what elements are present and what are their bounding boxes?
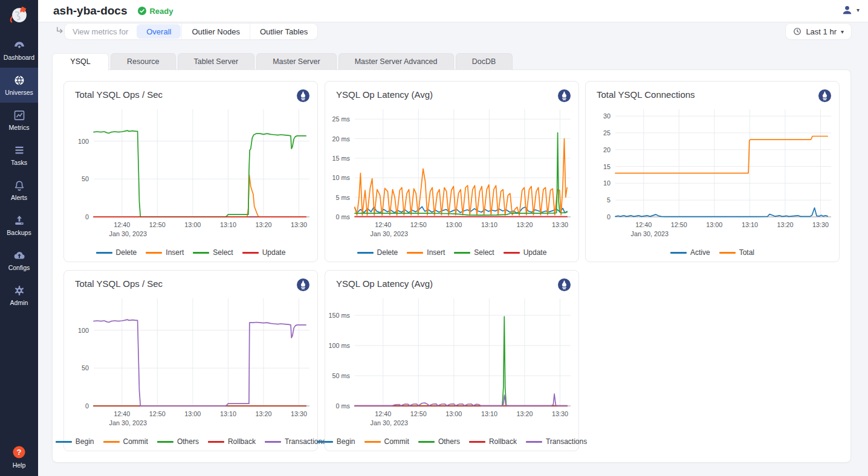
legend-swatch xyxy=(526,441,542,443)
time-range-label: Last 1 hr xyxy=(806,27,837,36)
sidebar-item-label: Tasks xyxy=(11,159,27,166)
sidebar-item-metrics[interactable]: Metrics xyxy=(0,103,38,138)
chart-legend: BeginCommitOthersRollbackTransactions xyxy=(325,437,578,446)
legend-item-select[interactable]: Select xyxy=(454,248,494,257)
chart-plot[interactable]: 12:4012:5013:0013:1013:2013:30Jan 30, 20… xyxy=(327,106,576,242)
legend-item-total[interactable]: Total xyxy=(719,248,754,257)
sidebar-item-help[interactable]: ? Help xyxy=(0,445,38,469)
configs-icon xyxy=(13,249,25,262)
sidebar-item-backups[interactable]: Backups xyxy=(0,208,38,243)
tab-ysql[interactable]: YSQL xyxy=(52,53,109,71)
legend-item-commit[interactable]: Commit xyxy=(364,437,409,446)
svg-text:100: 100 xyxy=(78,327,89,334)
time-range-dropdown[interactable]: Last 1 hr ▾ xyxy=(786,24,851,39)
sidebar-item-universes[interactable]: Universes xyxy=(0,68,38,103)
legend-item-begin[interactable]: Begin xyxy=(317,437,355,446)
legend-item-transactions[interactable]: Transactions xyxy=(526,437,587,446)
legend-item-others[interactable]: Others xyxy=(157,437,199,446)
tab-outlier-tables[interactable]: Outlier Tables xyxy=(250,24,317,39)
legend-swatch xyxy=(357,252,374,254)
chevron-down-icon: ▾ xyxy=(841,28,844,35)
chart-plot[interactable]: 12:4012:5013:0013:1013:2013:30Jan 30, 20… xyxy=(66,106,315,242)
view-metrics-for-label: View metrics for xyxy=(65,24,136,39)
prometheus-icon[interactable] xyxy=(818,89,831,102)
svg-text:13:20: 13:20 xyxy=(516,221,533,228)
tab-master-server[interactable]: Master Server xyxy=(256,53,337,70)
legend-item-active[interactable]: Active xyxy=(670,248,710,257)
user-icon xyxy=(841,4,853,16)
sidebar-item-label: Alerts xyxy=(11,194,27,201)
legend-item-select[interactable]: Select xyxy=(193,248,233,257)
prometheus-icon[interactable] xyxy=(297,89,309,102)
svg-text:Jan 30, 2023: Jan 30, 2023 xyxy=(371,230,408,237)
legend-label: Select xyxy=(213,248,233,257)
legend-item-begin[interactable]: Begin xyxy=(56,437,94,446)
legend-swatch xyxy=(208,441,224,443)
prometheus-icon[interactable] xyxy=(558,89,571,102)
legend-label: Commit xyxy=(123,437,148,446)
sidebar-item-alerts[interactable]: Alerts xyxy=(0,173,38,208)
svg-text:13:20: 13:20 xyxy=(255,221,271,228)
prometheus-icon[interactable] xyxy=(297,278,309,291)
legend-swatch xyxy=(364,441,381,443)
metrics-panel: Total YSQL Ops / Sec 12:4012:5013:0013:1… xyxy=(52,69,851,463)
chart-title: Total YSQL Ops / Sec xyxy=(75,89,163,100)
metrics-icon xyxy=(13,109,25,121)
status-label: Ready xyxy=(149,7,173,16)
legend-item-insert[interactable]: Insert xyxy=(407,248,445,257)
universes-icon xyxy=(13,74,25,86)
svg-text:13:00: 13:00 xyxy=(445,410,462,417)
tab-tablet-server[interactable]: Tablet Server xyxy=(178,53,255,70)
sidebar-item-admin[interactable]: Admin xyxy=(0,278,38,313)
svg-text:100: 100 xyxy=(78,138,89,145)
legend-item-update[interactable]: Update xyxy=(504,248,547,257)
tab-docdb[interactable]: DocDB xyxy=(456,53,513,70)
sidebar-item-dashboard[interactable]: Dashboard xyxy=(0,33,38,68)
sub-level-arrow-icon xyxy=(55,26,64,35)
legend-item-commit[interactable]: Commit xyxy=(103,437,148,446)
user-menu[interactable]: ▾ xyxy=(841,4,860,16)
svg-text:0: 0 xyxy=(85,402,89,410)
legend-label: Active xyxy=(690,248,710,257)
legend-item-rollback[interactable]: Rollback xyxy=(208,437,256,446)
legend-item-update[interactable]: Update xyxy=(242,248,286,257)
svg-text:12:40: 12:40 xyxy=(375,410,391,417)
svg-text:10 ms: 10 ms xyxy=(332,174,351,181)
legend-label: Total xyxy=(739,248,754,257)
tab-master-server-advanced[interactable]: Master Server Advanced xyxy=(338,53,454,70)
svg-text:10: 10 xyxy=(603,179,611,187)
legend-item-rollback[interactable]: Rollback xyxy=(469,437,517,446)
sidebar-item-configs[interactable]: Configs xyxy=(0,243,38,278)
svg-text:12:40: 12:40 xyxy=(114,221,130,228)
svg-text:13:30: 13:30 xyxy=(552,410,568,417)
svg-text:13:10: 13:10 xyxy=(220,221,236,228)
svg-text:12:40: 12:40 xyxy=(114,410,130,417)
legend-item-delete[interactable]: Delete xyxy=(96,248,137,257)
header: ash-yba-docs Ready ▾ xyxy=(38,0,868,22)
chart-plot[interactable]: 12:4012:5013:0013:1013:2013:30Jan 30, 20… xyxy=(327,295,576,431)
svg-text:12:40: 12:40 xyxy=(375,221,391,228)
chart-plot[interactable]: 12:4012:5013:0013:1013:2013:30Jan 30, 20… xyxy=(588,106,837,242)
legend-item-insert[interactable]: Insert xyxy=(146,248,184,257)
svg-text:12:50: 12:50 xyxy=(149,221,166,228)
svg-text:150 ms: 150 ms xyxy=(329,312,351,319)
chart-plot[interactable]: 12:4012:5013:0013:1013:2013:30Jan 30, 20… xyxy=(66,295,315,431)
prometheus-icon[interactable] xyxy=(558,278,571,291)
chart-legend: ActiveTotal xyxy=(586,248,839,257)
legend-label: Update xyxy=(523,248,547,257)
tab-resource[interactable]: Resource xyxy=(111,53,176,70)
yugabyte-logo-icon[interactable] xyxy=(0,2,38,28)
help-icon: ? xyxy=(12,445,26,459)
legend-item-delete[interactable]: Delete xyxy=(357,248,398,257)
sidebar-item-tasks[interactable]: Tasks xyxy=(0,138,38,173)
tab-overall[interactable]: Overall xyxy=(137,24,181,39)
legend-item-others[interactable]: Others xyxy=(418,437,460,446)
legend-swatch xyxy=(242,252,259,254)
app-root: Dashboard Universes Metrics Tasks xyxy=(0,0,868,476)
legend-swatch xyxy=(317,441,333,443)
content: View metrics for Overall Outlier Nodes O… xyxy=(38,22,868,476)
tab-outlier-nodes[interactable]: Outlier Nodes xyxy=(181,24,249,39)
legend-label: Delete xyxy=(377,248,398,257)
legend-label: Rollback xyxy=(228,437,256,446)
legend-swatch xyxy=(504,252,520,254)
